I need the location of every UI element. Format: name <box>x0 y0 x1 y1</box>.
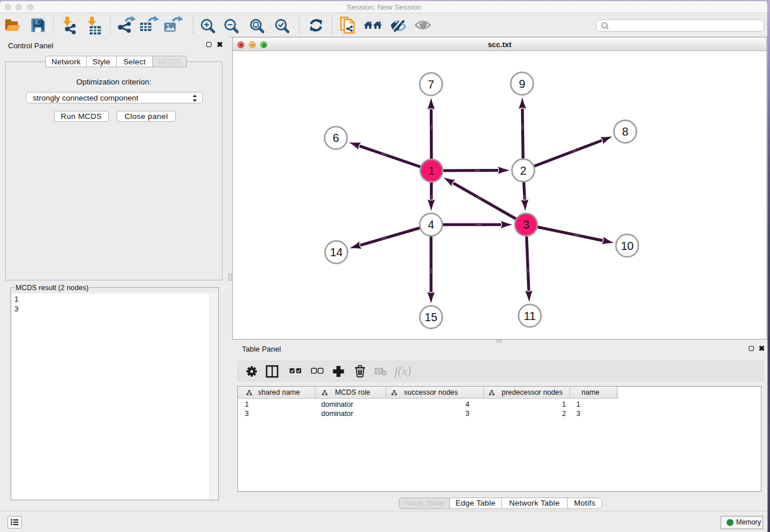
svg-text:7: 7 <box>428 78 434 90</box>
svg-text:11: 11 <box>524 309 536 322</box>
svg-text:1: 1 <box>428 164 434 177</box>
svg-text:6: 6 <box>333 132 339 144</box>
svg-text:f(x): f(x) <box>394 364 411 378</box>
svg-text:8: 8 <box>622 125 628 138</box>
svg-text:4: 4 <box>428 218 434 231</box>
svg-text:3: 3 <box>523 218 529 231</box>
svg-text:10: 10 <box>621 239 633 252</box>
svg-text:15: 15 <box>425 311 437 323</box>
svg-text:14: 14 <box>330 246 342 259</box>
svg-text:9: 9 <box>519 77 525 90</box>
svg-text:2: 2 <box>520 164 526 176</box>
